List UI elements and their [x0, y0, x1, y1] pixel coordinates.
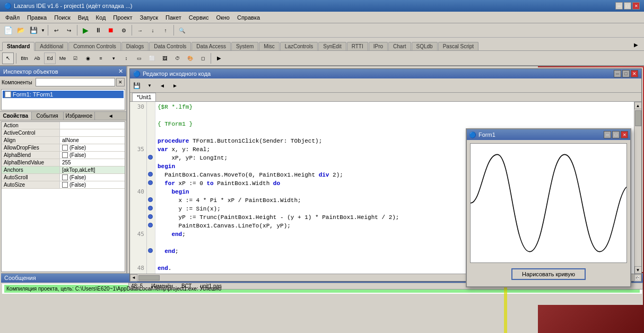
- comp-img-1[interactable]: 🖼: [159, 52, 170, 64]
- ed-save-btn[interactable]: 💾: [131, 80, 143, 91]
- scroll-up-button[interactable]: ▲: [634, 102, 642, 109]
- comp-paint-1[interactable]: 🎨: [184, 52, 196, 64]
- redo-button[interactable]: ↪: [63, 24, 75, 36]
- comp-group-1[interactable]: ▭: [133, 52, 145, 64]
- tab-system[interactable]: System: [231, 42, 258, 50]
- menu-edit[interactable]: Правка: [24, 13, 50, 22]
- menu-help[interactable]: Справка: [234, 13, 263, 22]
- components-search-input[interactable]: [36, 78, 115, 86]
- build-button[interactable]: ⚙: [118, 24, 129, 36]
- comp-btn-1[interactable]: Btn: [19, 52, 30, 64]
- editor-maximize[interactable]: □: [622, 70, 630, 77]
- comp-memo-1[interactable]: Me: [57, 52, 68, 64]
- autosize-checkbox[interactable]: [62, 182, 68, 188]
- comp-panel-1[interactable]: ⬜: [146, 52, 158, 64]
- pointer-tool[interactable]: ↖: [2, 52, 14, 64]
- editor-vscrollbar[interactable]: ▲ ▼: [634, 102, 641, 274]
- tab-ipro[interactable]: IPro: [369, 42, 388, 50]
- stop-button[interactable]: ⏹: [105, 24, 117, 36]
- tab-collapse[interactable]: ◄: [95, 112, 126, 120]
- tab-sqldb[interactable]: SQLdb: [412, 42, 438, 50]
- draw-curve-button[interactable]: Нарисовать кривую: [511, 268, 586, 280]
- comp-edit-1[interactable]: Ed: [44, 52, 56, 64]
- form-close-button[interactable]: ✕: [621, 131, 628, 138]
- comp-list-1[interactable]: ≡: [95, 52, 107, 64]
- tab-data-controls[interactable]: Data Controls: [149, 42, 191, 50]
- pause-button[interactable]: ⏸: [92, 24, 104, 36]
- editor-tab-unit1[interactable]: *Unit1: [132, 93, 156, 101]
- comp-timer-1[interactable]: ⏱: [171, 52, 183, 64]
- hscroll-thumb[interactable]: [138, 275, 160, 281]
- menu-package[interactable]: Пакет: [162, 13, 185, 22]
- step-out-button[interactable]: ↑: [160, 24, 171, 36]
- prop-value-autosize[interactable]: (False): [60, 181, 125, 188]
- tab-events[interactable]: События: [32, 112, 64, 120]
- step-over-button[interactable]: →: [134, 24, 146, 36]
- tab-synedit[interactable]: SynEdit: [318, 42, 346, 50]
- menu-project[interactable]: Проект: [110, 13, 135, 22]
- prop-value-anchors[interactable]: [akTop,akLeft]: [60, 167, 125, 173]
- comp-combo-1[interactable]: ▾: [108, 52, 119, 64]
- tab-chart[interactable]: Chart: [388, 42, 411, 50]
- tab-pascal-script[interactable]: Pascal Script: [438, 42, 478, 50]
- tab-dialogs[interactable]: Dialogs: [121, 42, 149, 50]
- prop-value-autoscroll[interactable]: (False): [60, 174, 125, 181]
- ed-nav-back-btn[interactable]: ◄: [156, 80, 168, 91]
- component-item-form1[interactable]: Form1: TForm1: [3, 91, 124, 98]
- inspect-button[interactable]: 🔍: [176, 24, 188, 36]
- component-expand[interactable]: [5, 91, 11, 98]
- menu-service[interactable]: Сервис: [186, 13, 212, 22]
- editor-minimize[interactable]: ─: [614, 70, 621, 77]
- tab-additional[interactable]: Additional: [35, 42, 68, 50]
- run-button[interactable]: ▶: [80, 24, 91, 36]
- prop-value-activecontrol[interactable]: [60, 129, 125, 136]
- step-into-button[interactable]: ↓: [147, 24, 159, 36]
- tab-favorites[interactable]: Избранное: [64, 112, 95, 120]
- tab-rtti[interactable]: RTTI: [347, 42, 368, 50]
- undo-button[interactable]: ↩: [50, 24, 62, 36]
- form-minimize-button[interactable]: ─: [604, 131, 611, 138]
- ed-dropdown-btn[interactable]: ▼: [144, 80, 155, 91]
- tab-lazcontrols[interactable]: LazControls: [280, 42, 318, 50]
- ed-nav-fwd-btn[interactable]: ►: [169, 80, 181, 91]
- comp-scroll-1[interactable]: ↕: [120, 52, 132, 64]
- form-maximize-button[interactable]: □: [612, 131, 620, 138]
- editor-close[interactable]: ✕: [631, 70, 638, 77]
- tab-common-controls[interactable]: Common Controls: [68, 42, 121, 50]
- prop-value-action[interactable]: [60, 122, 125, 129]
- menu-run[interactable]: Запуск: [137, 13, 161, 22]
- menu-window[interactable]: Окно: [213, 13, 233, 22]
- menu-view[interactable]: Вид: [75, 13, 92, 22]
- prop-value-alphablend[interactable]: (False): [60, 152, 125, 159]
- comp-label-1[interactable]: Ab: [31, 52, 43, 64]
- maximize-button[interactable]: □: [624, 2, 631, 10]
- hscroll-left-button[interactable]: ◄: [130, 274, 137, 282]
- messages-close[interactable]: ✕: [635, 275, 640, 282]
- alphablend-checkbox[interactable]: [62, 152, 68, 158]
- scroll-thumb[interactable]: [635, 110, 641, 126]
- prop-value-alphablendvalue[interactable]: 255: [60, 159, 125, 166]
- scroll-down-button[interactable]: ▼: [634, 266, 642, 274]
- open-button[interactable]: 📂: [15, 24, 27, 36]
- tab-data-access[interactable]: Data Access: [192, 42, 231, 50]
- new-button[interactable]: 📄: [2, 24, 14, 36]
- tab-standard[interactable]: Standard: [2, 42, 34, 51]
- comp-check-1[interactable]: ☑: [69, 52, 81, 64]
- prop-value-align[interactable]: alNone: [60, 137, 125, 144]
- allowdropfiles-checkbox[interactable]: [62, 145, 68, 151]
- menu-search[interactable]: Поиск: [51, 13, 73, 22]
- comp-shape-1[interactable]: ◻: [197, 52, 208, 64]
- palette-scroll-right[interactable]: ▶: [630, 39, 642, 50]
- autoscroll-checkbox[interactable]: [62, 174, 68, 180]
- tab-properties[interactable]: Свойства: [0, 112, 32, 120]
- palette-scroll[interactable]: ▶: [213, 52, 225, 64]
- close-button[interactable]: ✕: [632, 2, 640, 10]
- menu-file[interactable]: Файл: [2, 13, 23, 22]
- tab-misc[interactable]: Misc: [259, 42, 280, 50]
- save-dropdown[interactable]: ▼: [40, 24, 46, 36]
- prop-value-allowdropfiles[interactable]: (False): [60, 144, 125, 151]
- clear-search-button[interactable]: ✕: [116, 78, 125, 86]
- comp-radio-1[interactable]: ◉: [82, 52, 94, 64]
- save-button[interactable]: 💾: [28, 24, 39, 36]
- menu-code[interactable]: Код: [93, 13, 109, 22]
